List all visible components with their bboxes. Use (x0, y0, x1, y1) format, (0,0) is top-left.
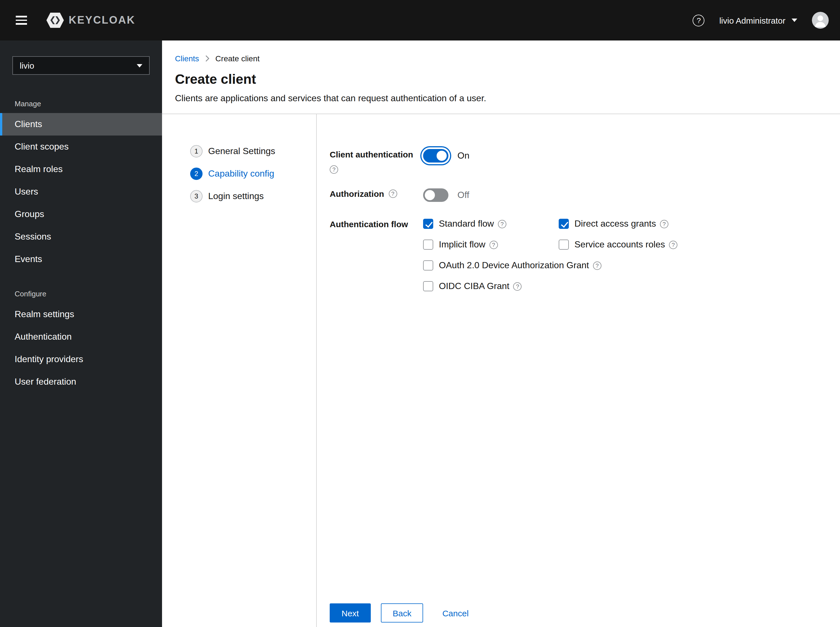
capability-config-form: Client authentication On Authorization (317, 114, 840, 627)
sidebar-item-authentication[interactable]: Authentication (0, 326, 162, 348)
client-authentication-help-icon[interactable] (330, 165, 338, 174)
authorization-toggle[interactable] (423, 188, 448, 202)
oidc-ciba-grant-help-icon[interactable] (513, 282, 522, 290)
authorization-row: Authorization Off (330, 188, 818, 202)
client-authentication-label: Client authentication (330, 149, 423, 160)
back-button[interactable]: Back (381, 603, 423, 622)
wizard-step-general-settings[interactable]: 1 General Settings (190, 145, 316, 158)
oauth-device-grant-help-icon[interactable] (593, 261, 602, 269)
checkbox-direct-access-grants[interactable]: Direct access grants (559, 219, 668, 229)
client-authentication-value: On (458, 149, 469, 162)
sidebar-section-manage: Manage Clients Client scopes Realm roles… (0, 75, 162, 271)
wizard: 1 General Settings 2 Capability config 3… (162, 114, 840, 627)
authentication-flow-row: Authentication flow Standard flow Direct… (330, 219, 818, 291)
checkbox-box (423, 239, 433, 250)
checkbox-oidc-ciba-grant[interactable]: OIDC CIBA Grant (423, 281, 522, 291)
checkbox-box (423, 281, 433, 291)
breadcrumb: Clients Create client (175, 54, 826, 63)
sidebar-item-groups[interactable]: Groups (0, 203, 162, 225)
avatar (812, 12, 829, 29)
sidebar-item-identity-providers[interactable]: Identity providers (0, 348, 162, 370)
wizard-step-label: Capability config (208, 169, 274, 179)
caret-down-icon (792, 19, 797, 22)
checkbox-box (423, 260, 433, 271)
checkbox-standard-flow[interactable]: Standard flow (423, 219, 506, 229)
nav-toggle-button[interactable] (13, 11, 32, 30)
sidebar-item-clients[interactable]: Clients (0, 113, 162, 135)
authorization-label: Authorization (330, 188, 384, 199)
sidebar-item-events[interactable]: Events (0, 248, 162, 271)
breadcrumb-current: Create client (215, 54, 260, 63)
direct-access-grants-help-icon[interactable] (660, 220, 668, 228)
brand-text: KEYCLOAK (69, 14, 135, 27)
sidebar-section-configure: Configure Realm settings Authentication … (0, 271, 162, 393)
help-icon[interactable] (693, 14, 705, 26)
page-header: Clients Create client Create client Clie… (162, 41, 840, 105)
checkbox-box (559, 219, 569, 229)
wizard-step-number: 3 (190, 190, 202, 202)
hamburger-icon (16, 16, 27, 17)
masthead-right: livio Administrator (693, 12, 829, 29)
wizard-step-number: 1 (190, 145, 202, 158)
checkbox-implicit-flow[interactable]: Implicit flow (423, 239, 497, 250)
wizard-nav: 1 General Settings 2 Capability config 3… (162, 114, 316, 627)
chevron-right-icon (205, 55, 209, 62)
authentication-flow-label: Authentication flow (330, 219, 408, 229)
client-authentication-row: Client authentication On (330, 149, 818, 174)
main-content: Clients Create client Create client Clie… (162, 41, 840, 627)
client-authentication-toggle[interactable] (423, 149, 448, 162)
sidebar-item-client-scopes[interactable]: Client scopes (0, 135, 162, 158)
sidebar-item-realm-settings[interactable]: Realm settings (0, 303, 162, 326)
breadcrumb-clients-link[interactable]: Clients (175, 54, 199, 63)
page-title: Create client (175, 71, 826, 88)
sidebar-item-users[interactable]: Users (0, 181, 162, 203)
service-accounts-roles-help-icon[interactable] (669, 240, 677, 249)
implicit-flow-help-icon[interactable] (489, 240, 497, 249)
wizard-step-login-settings[interactable]: 3 Login settings (190, 190, 316, 202)
masthead: KEYCLOAK livio Administrator (0, 0, 840, 41)
sidebar-item-sessions[interactable]: Sessions (0, 225, 162, 248)
keycloak-logo[interactable]: KEYCLOAK (46, 13, 135, 28)
checkbox-service-accounts-roles[interactable]: Service accounts roles (559, 239, 677, 250)
sidebar-item-realm-roles[interactable]: Realm roles (0, 158, 162, 181)
authorization-help-icon[interactable] (388, 189, 397, 198)
keycloak-logo-icon (46, 13, 64, 28)
wizard-step-label: Login settings (208, 191, 264, 201)
wizard-step-label: General Settings (208, 146, 275, 156)
sidebar-item-user-federation[interactable]: User federation (0, 370, 162, 393)
standard-flow-help-icon[interactable] (498, 220, 506, 228)
cancel-button[interactable]: Cancel (442, 603, 468, 622)
page-description: Clients are applications and services th… (175, 92, 826, 105)
sidebar-section-title: Manage (0, 75, 162, 113)
realm-selector[interactable]: livio (13, 56, 150, 75)
realm-selector-value: livio (20, 61, 34, 70)
user-menu[interactable]: livio Administrator (719, 16, 797, 25)
checkbox-box (423, 219, 433, 229)
user-menu-label: livio Administrator (719, 16, 785, 25)
sidebar-section-title: Configure (0, 271, 162, 303)
authorization-value: Off (458, 188, 469, 202)
checkbox-box (559, 239, 569, 250)
next-button[interactable]: Next (330, 603, 371, 622)
checkbox-oauth-device-grant[interactable]: OAuth 2.0 Device Authorization Grant (423, 260, 602, 271)
wizard-footer: Next Back Cancel (330, 603, 469, 622)
authentication-flow-options: Standard flow Direct access grants Impli… (423, 219, 818, 291)
sidebar: livio Manage Clients Client scopes Realm… (0, 41, 162, 627)
caret-down-icon (137, 64, 142, 67)
wizard-step-number: 2 (190, 168, 202, 180)
wizard-step-capability-config[interactable]: 2 Capability config (190, 168, 316, 180)
keycloak-admin-console: KEYCLOAK livio Administrator livio (0, 0, 840, 627)
